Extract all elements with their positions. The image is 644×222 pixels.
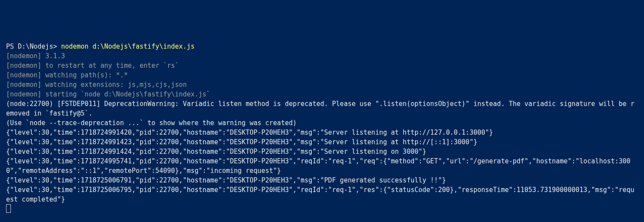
nodemon-line-restart: [nodemon] to restart at any time, enter … <box>6 62 179 70</box>
cursor-icon <box>6 204 11 213</box>
output-log-line: {"level":30,"time":1718724991420,"pid":2… <box>6 129 493 136</box>
prompt-command: nodemon d:\Nodejs\fastify\index.js <box>61 43 194 50</box>
output-log-line: {"level":30,"time":1718724991423,"pid":2… <box>6 138 477 146</box>
nodemon-line-ext: [nodemon] watching extensions: js,mjs,cj… <box>6 81 187 89</box>
output-log-line: {"level":30,"time":1718725006795,"pid":2… <box>6 186 634 203</box>
prompt-path: PS D:\Nodejs> <box>6 43 61 50</box>
output-trace-hint: (Use `node --trace-deprecation ...` to s… <box>6 119 297 127</box>
terminal[interactable]: PS D:\Nodejs> nodemon d:\Nodejs\fastify\… <box>0 38 644 214</box>
output-log-line: {"level":30,"time":1718724991424,"pid":2… <box>6 148 426 156</box>
output-log-line: {"level":30,"time":1718725006791,"pid":2… <box>6 176 446 184</box>
nodemon-line-version: [nodemon] 3.1.3 <box>6 52 65 60</box>
nodemon-line-paths: [nodemon] watching path(s): *.* <box>6 71 128 79</box>
output-log-line: {"level":30,"time":1718724995741,"pid":2… <box>6 157 631 175</box>
output-deprecation: (node:22700) [FSTDEP011] DeprecationWarn… <box>6 100 634 117</box>
nodemon-line-start: [nodemon] starting `node d:\Nodejs\fasti… <box>6 90 210 98</box>
